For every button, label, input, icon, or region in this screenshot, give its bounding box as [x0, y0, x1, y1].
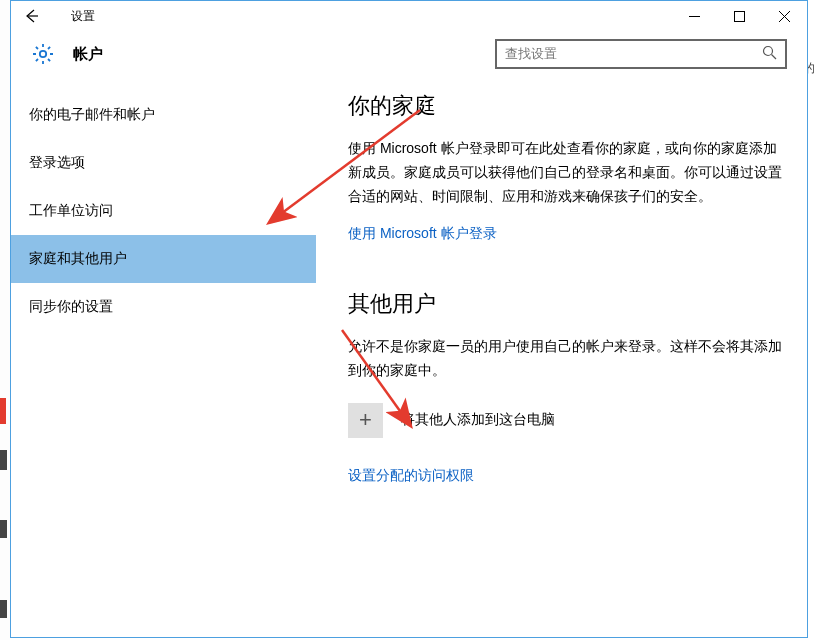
- sidebar-item-label: 登录选项: [29, 154, 85, 172]
- search-placeholder: 查找设置: [505, 45, 557, 63]
- partial-red-fragment: [0, 398, 6, 424]
- minimize-icon: [689, 11, 700, 22]
- sidebar-item-label: 家庭和其他用户: [29, 250, 127, 268]
- sidebar: 你的电子邮件和帐户 登录选项 工作单位访问 家庭和其他用户 同步你的设置: [11, 77, 316, 637]
- search-input[interactable]: 查找设置: [495, 39, 787, 69]
- close-icon: [779, 11, 790, 22]
- partial-text-fragment: [0, 450, 7, 470]
- add-other-user-row[interactable]: + 将其他人添加到这台电脑: [348, 403, 783, 438]
- content-area: 你的家庭 使用 Microsoft 帐户登录即可在此处查看你的家庭，或向你的家庭…: [316, 77, 807, 637]
- sidebar-item-label: 同步你的设置: [29, 298, 113, 316]
- settings-window: 设置 帐户 查找设置 你的电子邮件和帐户 登录选项: [10, 0, 808, 638]
- gear-icon: [31, 42, 55, 66]
- maximize-button[interactable]: [717, 1, 762, 31]
- back-button[interactable]: [11, 1, 51, 31]
- page-title: 帐户: [73, 45, 103, 64]
- titlebar: 设置: [11, 1, 807, 31]
- family-heading: 你的家庭: [348, 91, 783, 121]
- body: 你的电子邮件和帐户 登录选项 工作单位访问 家庭和其他用户 同步你的设置 你的家…: [11, 77, 807, 637]
- window-controls: [672, 1, 807, 31]
- search-icon: [762, 45, 777, 64]
- sidebar-item-email-accounts[interactable]: 你的电子邮件和帐户: [11, 91, 316, 139]
- others-description: 允许不是你家庭一员的用户使用自己的帐户来登录。这样不会将其添加到你的家庭中。: [348, 335, 783, 383]
- minimize-button[interactable]: [672, 1, 717, 31]
- sidebar-item-work-access[interactable]: 工作单位访问: [11, 187, 316, 235]
- header-row: 帐户 查找设置: [11, 31, 807, 77]
- sidebar-item-family-other-users[interactable]: 家庭和其他用户: [11, 235, 316, 283]
- others-heading: 其他用户: [348, 289, 783, 319]
- family-description: 使用 Microsoft 帐户登录即可在此处查看你的家庭，或向你的家庭添加新成员…: [348, 137, 783, 208]
- plus-icon: +: [348, 403, 383, 438]
- partial-text-fragment: [0, 600, 7, 618]
- svg-point-2: [764, 46, 773, 55]
- svg-point-1: [40, 51, 46, 57]
- add-other-user-label: 将其他人添加到这台电脑: [401, 411, 555, 429]
- close-button[interactable]: [762, 1, 807, 31]
- svg-rect-0: [735, 11, 745, 21]
- arrow-left-icon: [22, 7, 40, 25]
- partial-text-fragment: [0, 520, 7, 538]
- signin-microsoft-link[interactable]: 使用 Microsoft 帐户登录: [348, 225, 497, 243]
- sidebar-item-label: 你的电子邮件和帐户: [29, 106, 155, 124]
- sidebar-item-label: 工作单位访问: [29, 202, 113, 220]
- sidebar-item-signin-options[interactable]: 登录选项: [11, 139, 316, 187]
- left-background-strip: [0, 0, 10, 640]
- assigned-access-link[interactable]: 设置分配的访问权限: [348, 467, 474, 485]
- maximize-icon: [734, 11, 745, 22]
- window-title: 设置: [71, 8, 95, 25]
- sidebar-item-sync-settings[interactable]: 同步你的设置: [11, 283, 316, 331]
